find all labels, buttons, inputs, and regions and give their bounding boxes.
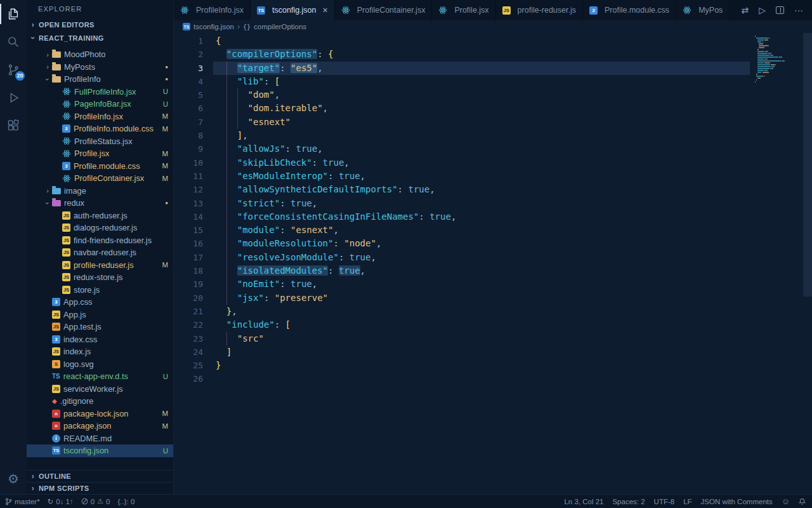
tree-item-tsconfig-json[interactable]: TStsconfig.jsonU <box>27 444 173 457</box>
settings-gear-icon[interactable]: ⚙ <box>0 465 27 493</box>
cursor-position[interactable]: Ln 3, Col 21 <box>564 498 603 505</box>
tree-item-profilecontainer-jsx[interactable]: ProfileContainer.jsxM <box>27 172 173 185</box>
line-number[interactable]: 12 <box>174 183 203 196</box>
code-line[interactable]: 23 "src" <box>174 332 755 345</box>
tab-profilecontainer-jsx[interactable]: ProfileContainer.jsx <box>335 0 433 20</box>
line-number[interactable]: 15 <box>174 224 203 237</box>
source-control-icon[interactable]: 20 <box>0 56 27 84</box>
split-editor-icon[interactable] <box>776 6 784 14</box>
encoding-indicator[interactable]: UTF-8 <box>654 498 675 505</box>
line-number[interactable]: 1 <box>174 34 203 48</box>
code-line[interactable]: 20 "jsx": "preserve" <box>174 291 755 305</box>
tree-item-profile-reduser-js[interactable]: JSprofile-reduser.jsM <box>27 259 173 272</box>
tree-item-fullprofileinfo-jsx[interactable]: FullProfileInfo.jsxU <box>27 86 173 98</box>
minimap[interactable] <box>755 36 802 85</box>
code-line[interactable]: 14 "forceConsistentCasingInFileNames": t… <box>174 210 755 224</box>
tree-item-profilestatus-jsx[interactable]: ProfileStatus.jsx <box>27 135 173 148</box>
section-outline[interactable]: › OUTLINE <box>27 470 173 482</box>
code-line[interactable]: 13 "strict": true, <box>174 197 755 210</box>
line-number[interactable]: 18 <box>174 264 203 277</box>
line-number[interactable]: 16 <box>174 237 203 250</box>
code-editor[interactable]: 1{2 "compilerOptions": {3 "target": "es5… <box>174 33 812 494</box>
line-number[interactable]: 22 <box>174 318 203 331</box>
tree-item-gitignore[interactable]: ◆.gitignore <box>27 395 173 408</box>
feedback-smiley-icon[interactable]: ☺ <box>782 497 790 506</box>
section-react-training[interactable]: › REACT_TRAINING <box>27 31 173 44</box>
code-line[interactable]: 15 "module": "esnext", <box>174 224 755 237</box>
more-actions-icon[interactable]: ··· <box>794 5 803 15</box>
tree-item-app-css[interactable]: 3App.css <box>27 296 173 309</box>
line-number[interactable]: 21 <box>174 305 203 318</box>
explorer-icon[interactable] <box>0 0 27 28</box>
code-line[interactable]: 10 "skipLibCheck": true, <box>174 156 755 170</box>
problems-indicator[interactable]: 0 ⚠ 0 <box>81 497 110 505</box>
line-number[interactable]: 17 <box>174 251 203 264</box>
run-file-icon[interactable]: ▷ <box>759 5 766 15</box>
code-line[interactable]: 9 "allowJs": true, <box>174 142 755 156</box>
tree-item-store-js[interactable]: JSstore.js <box>27 284 173 297</box>
notifications-bell-icon[interactable] <box>799 498 806 505</box>
tree-item-profileinfo-jsx[interactable]: ProfileInfo.jsxM <box>27 110 173 123</box>
breadcrumb-symbol[interactable]: compilerOptions <box>254 23 306 30</box>
tree-item-serviceworker-js[interactable]: JSserviceWorker.js <box>27 383 173 396</box>
breadcrumb-file[interactable]: tsconfig.json <box>193 23 234 30</box>
tree-item-profile-jsx[interactable]: Profile.jsxM <box>27 147 173 160</box>
section-npm-scripts[interactable]: › NPM SCRIPTS <box>27 482 173 494</box>
tab-tsconfig-json[interactable]: TStsconfig.json× <box>251 0 335 20</box>
tree-item-pageinfobar-jsx[interactable]: PageInfoBar.jsxU <box>27 98 173 110</box>
code-line[interactable]: 18 "isolatedModules": true, <box>174 264 755 277</box>
line-number[interactable]: 25 <box>174 359 203 372</box>
tree-item-package-lock-json[interactable]: npackage-lock.jsonM <box>27 408 173 420</box>
run-debug-icon[interactable] <box>0 84 27 112</box>
line-number[interactable]: 14 <box>174 210 203 224</box>
code-line[interactable]: 17 "resolveJsonModule": true, <box>174 251 755 264</box>
tab-profile-reduser-js[interactable]: JSprofile-reduser.js <box>496 0 583 20</box>
code-line[interactable]: 16 "moduleResolution": "node", <box>174 237 755 250</box>
tree-item-app-test-js[interactable]: JSApp.test.js <box>27 321 173 333</box>
code-line[interactable]: 8 ], <box>174 129 755 142</box>
tree-item-profileinfo-module-css[interactable]: 3ProfileInfo.module.cssM <box>27 123 173 135</box>
line-number[interactable]: 10 <box>174 156 203 170</box>
tree-item-redux-store-js[interactable]: JSredux-store.js <box>27 271 173 284</box>
line-number[interactable]: 3 <box>174 62 203 75</box>
code-line[interactable]: 22 "include": [ <box>174 318 755 331</box>
indentation-indicator[interactable]: Spaces: 2 <box>612 498 645 505</box>
line-number[interactable]: 13 <box>174 197 203 210</box>
line-number[interactable]: 24 <box>174 345 203 359</box>
tree-item-react-app-env-d-ts[interactable]: TSreact-app-env.d.tsU <box>27 370 173 383</box>
code-line[interactable]: 11 "esModuleInterop": true, <box>174 170 755 183</box>
tab-profile-module-css[interactable]: 3Profile.module.css <box>583 0 676 20</box>
line-number[interactable]: 4 <box>174 75 203 88</box>
line-number[interactable]: 19 <box>174 277 203 291</box>
code-line[interactable]: 19 "noEmit": true, <box>174 277 755 291</box>
close-icon[interactable]: × <box>323 5 328 15</box>
tree-item-navbar-reduser-js[interactable]: JSnavbar-reduser.js <box>27 246 173 259</box>
line-number[interactable]: 26 <box>174 372 203 385</box>
tree-item-package-json[interactable]: npackage.jsonM <box>27 420 173 432</box>
tree-item-find-friends-reduser-js[interactable]: JSfind-friends-reduser.js <box>27 234 173 247</box>
line-number[interactable]: 9 <box>174 142 203 156</box>
tree-item-logo-svg[interactable]: Slogo.svg <box>27 358 173 371</box>
tree-item-redux[interactable]: ›redux● <box>27 197 173 210</box>
code-line[interactable]: 25} <box>174 359 755 372</box>
line-number[interactable]: 6 <box>174 102 203 115</box>
code-line[interactable]: 6 "dom.iterable", <box>174 102 755 115</box>
line-number[interactable]: 20 <box>174 291 203 305</box>
language-mode[interactable]: JSON with Comments <box>701 498 773 505</box>
line-number[interactable]: 2 <box>174 48 203 61</box>
section-open-editors[interactable]: › OPEN EDITORS <box>27 18 173 31</box>
code-line[interactable]: 3 "target": "es5", <box>174 62 755 75</box>
git-branch-indicator[interactable]: master* <box>5 498 40 505</box>
code-line[interactable]: 5 "dom", <box>174 88 755 102</box>
tab-profileinfo-jsx[interactable]: ProfileInfo.jsx <box>174 0 251 20</box>
tree-item-index-css[interactable]: 3index.css <box>27 333 173 346</box>
sync-indicator[interactable]: ↻ 0↓ 1↑ <box>48 497 74 506</box>
line-number[interactable]: 5 <box>174 88 203 102</box>
tab-mypos[interactable]: MyPos <box>676 0 730 20</box>
extensions-icon[interactable] <box>0 112 27 140</box>
tree-item-readme-md[interactable]: iREADME.md <box>27 432 173 445</box>
code-line[interactable]: 4 "lib": [ <box>174 75 755 88</box>
code-line[interactable]: 21 }, <box>174 305 755 318</box>
tree-item-index-js[interactable]: JSindex.js <box>27 345 173 358</box>
vertical-scrollbar[interactable] <box>803 33 812 297</box>
